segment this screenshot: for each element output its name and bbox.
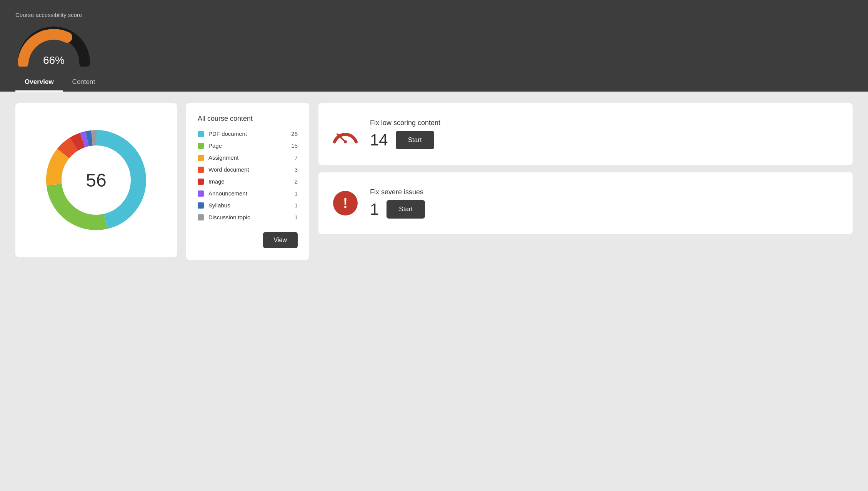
item-label-word: Word document bbox=[208, 166, 249, 173]
content-list: PDF document 26 Page 15 Assignment 7 Wor… bbox=[198, 130, 298, 226]
gauge-percent: 66% bbox=[15, 54, 92, 67]
legend-dot-assignment bbox=[198, 155, 204, 161]
tab-overview[interactable]: Overview bbox=[15, 74, 63, 92]
legend-dot-syllabus bbox=[198, 202, 204, 209]
fix-severe-count: 1 bbox=[370, 200, 379, 219]
item-count-word: 3 bbox=[295, 166, 298, 173]
action-cards: Fix low scoring content 14 Start ! Fix s… bbox=[318, 103, 853, 234]
legend-dot-discussion bbox=[198, 214, 204, 220]
list-item: Syllabus 1 bbox=[198, 202, 298, 209]
item-label-announcement: Announcement bbox=[208, 190, 247, 197]
legend-dot-word bbox=[198, 167, 204, 173]
list-item: Announcement 1 bbox=[198, 190, 298, 197]
score-label: Course accessibility score bbox=[15, 12, 853, 18]
fix-severe-card: ! Fix severe issues 1 Start bbox=[318, 172, 853, 234]
content-list-title: All course content bbox=[198, 115, 298, 123]
legend-dot-announcement bbox=[198, 190, 204, 197]
fix-low-card: Fix low scoring content 14 Start bbox=[318, 103, 853, 165]
header: Course accessibility score 66% Overview … bbox=[0, 0, 868, 92]
view-button[interactable]: View bbox=[263, 232, 298, 248]
fix-severe-start-button[interactable]: Start bbox=[387, 200, 425, 219]
item-count-page: 15 bbox=[291, 142, 298, 149]
list-item: Image 2 bbox=[198, 178, 298, 185]
donut-total: 56 bbox=[86, 170, 106, 191]
alert-icon: ! bbox=[330, 188, 361, 219]
item-label-pdf: PDF document bbox=[208, 130, 247, 137]
fix-low-content: Fix low scoring content 14 Start bbox=[370, 119, 841, 149]
fix-low-start-button[interactable]: Start bbox=[396, 131, 434, 149]
fix-low-title: Fix low scoring content bbox=[370, 119, 841, 127]
donut-card: 56 bbox=[15, 103, 177, 257]
content-list-card: All course content PDF document 26 Page … bbox=[186, 103, 309, 260]
fix-severe-title: Fix severe issues bbox=[370, 188, 841, 196]
legend-dot-image bbox=[198, 179, 204, 185]
fix-low-count: 14 bbox=[370, 131, 388, 149]
item-count-syllabus: 1 bbox=[295, 202, 298, 209]
main-content: 56 All course content PDF document 26 Pa… bbox=[0, 92, 868, 271]
list-item: PDF document 26 bbox=[198, 130, 298, 137]
item-count-announcement: 1 bbox=[295, 190, 298, 197]
donut-chart: 56 bbox=[42, 126, 150, 234]
item-count-discussion: 1 bbox=[295, 214, 298, 220]
gauge-icon bbox=[330, 119, 361, 149]
legend-dot-page bbox=[198, 143, 204, 149]
list-item: Page 15 bbox=[198, 142, 298, 149]
item-count-assignment: 7 bbox=[295, 154, 298, 161]
item-label-image: Image bbox=[208, 178, 225, 185]
item-count-pdf: 26 bbox=[291, 130, 298, 137]
item-label-assignment: Assignment bbox=[208, 154, 238, 161]
legend-dot-pdf bbox=[198, 131, 204, 137]
item-label-page: Page bbox=[208, 142, 222, 149]
tabs: Overview Content bbox=[15, 74, 853, 92]
item-label-syllabus: Syllabus bbox=[208, 202, 230, 209]
alert-circle: ! bbox=[333, 191, 358, 215]
tab-content[interactable]: Content bbox=[63, 74, 105, 92]
list-item: Discussion topic 1 bbox=[198, 214, 298, 220]
fix-severe-content: Fix severe issues 1 Start bbox=[370, 188, 841, 219]
fix-severe-row: 1 Start bbox=[370, 200, 841, 219]
item-label-discussion: Discussion topic bbox=[208, 214, 250, 220]
fix-low-row: 14 Start bbox=[370, 131, 841, 149]
gauge-chart: 66% bbox=[15, 24, 92, 67]
svg-point-10 bbox=[344, 140, 347, 144]
list-item: Word document 3 bbox=[198, 166, 298, 173]
list-item: Assignment 7 bbox=[198, 154, 298, 161]
item-count-image: 2 bbox=[295, 178, 298, 185]
